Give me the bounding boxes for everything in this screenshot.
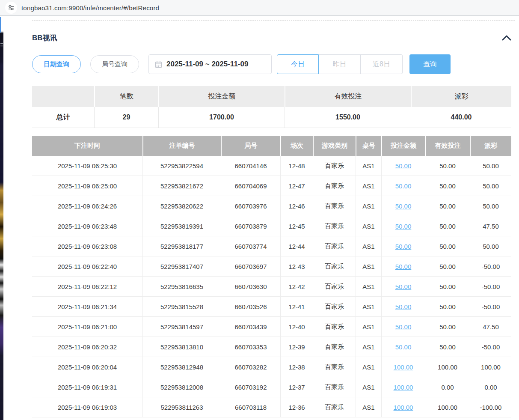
cell-bet_id: 522953819391 xyxy=(142,216,221,236)
cell-payout: -50.00 xyxy=(470,297,511,317)
cell-time: 2025-11-09 06:23:48 xyxy=(32,216,142,236)
bet-amount-link[interactable]: 50.00 xyxy=(395,243,412,250)
bet-amount-link[interactable]: 50.00 xyxy=(395,303,412,310)
bet-amount-link[interactable]: 100.00 xyxy=(394,404,413,411)
summary-total-label: 总计 xyxy=(32,107,94,128)
bet-amount-link[interactable]: 50.00 xyxy=(395,203,412,210)
cell-time: 2025-11-09 06:22:12 xyxy=(32,277,142,297)
summary-header-cell: 投注金额 xyxy=(158,86,285,107)
cell-time: 2025-11-09 06:19:03 xyxy=(32,397,142,417)
yesterday-button[interactable]: 昨日 xyxy=(319,54,361,74)
cell-valid_bet: 50.00 xyxy=(425,156,470,176)
last-8-days-button[interactable]: 近8日 xyxy=(361,54,403,74)
cell-bet_amount: 50.00 xyxy=(381,297,425,317)
bet-amount-link[interactable]: 50.00 xyxy=(395,162,412,170)
cell-table: AS1 xyxy=(356,156,381,176)
cell-payout: 50.00 xyxy=(470,176,511,196)
search-button[interactable]: 查询 xyxy=(409,54,451,74)
table-row: 2025-11-09 06:25:30522953822594660704146… xyxy=(32,156,511,176)
column-header-bet_amount: 投注金额 xyxy=(381,136,425,156)
cell-valid_bet: 100.00 xyxy=(425,357,470,377)
table-row: 2025-11-09 06:21:34522953815528660703526… xyxy=(32,297,511,317)
cell-payout: 50.00 xyxy=(470,156,511,176)
cell-round: 660703526 xyxy=(221,297,280,317)
cell-table: AS1 xyxy=(356,176,381,196)
cell-time: 2025-11-09 06:19:31 xyxy=(32,377,142,397)
cell-game: 百家乐 xyxy=(313,297,356,317)
table-row: 2025-11-09 06:23:08522953818177660703774… xyxy=(32,236,511,256)
cell-valid_bet: 100.00 xyxy=(425,397,470,417)
cell-bet_id: 522953814597 xyxy=(142,317,221,337)
cell-table: AS1 xyxy=(356,256,381,277)
today-button[interactable]: 今日 xyxy=(277,54,319,74)
cell-round: 660703192 xyxy=(221,377,280,397)
cell-game: 百家乐 xyxy=(313,236,356,256)
cell-session: 12-40 xyxy=(280,317,313,337)
cell-bet_id: 522953817407 xyxy=(142,256,221,277)
cell-payout: -100.00 xyxy=(470,397,511,417)
cell-valid_bet: 0.00 xyxy=(425,377,470,397)
cell-table: AS1 xyxy=(356,337,381,357)
cell-session: 12-38 xyxy=(280,357,313,377)
cell-table: AS1 xyxy=(356,377,381,397)
bet-amount-link[interactable]: 50.00 xyxy=(395,223,412,230)
column-header-round: 局号 xyxy=(221,136,280,156)
bet-amount-link[interactable]: 50.00 xyxy=(395,283,412,290)
table-body: 2025-11-09 06:25:30522953822594660704146… xyxy=(32,156,511,417)
cell-payout: 47.50 xyxy=(470,317,511,337)
cell-payout: -50.00 xyxy=(470,277,511,297)
site-settings-button[interactable] xyxy=(5,2,17,14)
cell-table: AS1 xyxy=(356,297,381,317)
date-range-value: 2025-11-09 ~ 2025-11-09 xyxy=(166,60,248,69)
browser-url-bar[interactable]: tongbao31.com:9900/infe/mcenter/#/betRec… xyxy=(0,0,519,16)
cell-payout: 50.00 xyxy=(470,196,511,216)
date-query-tab[interactable]: 日期查询 xyxy=(32,55,81,73)
bet-amount-link[interactable]: 50.00 xyxy=(395,343,412,351)
cell-time: 2025-11-09 06:24:26 xyxy=(32,196,142,216)
summary-total-value: 440.00 xyxy=(411,107,511,128)
cell-round: 660703282 xyxy=(221,357,280,377)
cell-table: AS1 xyxy=(356,357,381,377)
cell-session: 12-42 xyxy=(280,277,313,297)
cell-bet_id: 522953820622 xyxy=(142,196,221,216)
url-text[interactable]: tongbao31.com:9900/infe/mcenter/#/betRec… xyxy=(21,4,159,12)
table-row: 2025-11-09 06:21:00522953814597660703439… xyxy=(32,317,511,337)
cell-valid_bet: 50.00 xyxy=(425,317,470,337)
summary-total-value: 1700.00 xyxy=(158,107,285,128)
chevron-up-icon xyxy=(502,35,511,41)
bet-amount-link[interactable]: 100.00 xyxy=(394,384,413,391)
table-row: 2025-11-09 06:20:04522953812948660703282… xyxy=(32,357,511,377)
bet-record-panel: BB视讯 日期查询 局号查询 xyxy=(3,17,519,420)
cell-round: 660703439 xyxy=(221,317,280,337)
cell-session: 12-47 xyxy=(280,176,313,196)
cell-bet_amount: 50.00 xyxy=(381,337,425,357)
tune-icon xyxy=(8,4,15,11)
cell-table: AS1 xyxy=(356,277,381,297)
bet-amount-link[interactable]: 50.00 xyxy=(395,182,412,190)
table-row: 2025-11-09 06:19:31522953812008660703192… xyxy=(32,377,511,397)
cell-round: 660703774 xyxy=(221,236,280,256)
bet-amount-link[interactable]: 100.00 xyxy=(394,363,413,371)
cell-payout: -50.00 xyxy=(470,256,511,277)
cell-payout: 100.00 xyxy=(470,357,511,377)
cell-table: AS1 xyxy=(356,397,381,417)
cell-round: 660703630 xyxy=(221,277,280,297)
cell-bet_id: 522953813810 xyxy=(142,337,221,357)
date-range-picker[interactable]: 2025-11-09 ~ 2025-11-09 xyxy=(148,54,272,74)
cell-table: AS1 xyxy=(356,317,381,337)
summary-header-cell: 派彩 xyxy=(411,86,511,107)
round-query-tab[interactable]: 局号查询 xyxy=(90,55,139,73)
bet-records-table: 下注时间注单编号局号场次游戏类别桌号投注金额有效投注派彩 2025-11-09 … xyxy=(32,136,511,417)
cell-round: 660704069 xyxy=(221,176,280,196)
cell-round: 660703118 xyxy=(221,397,280,417)
bet-amount-link[interactable]: 50.00 xyxy=(395,263,412,270)
cell-valid_bet: 50.00 xyxy=(425,196,470,216)
cell-time: 2025-11-09 06:20:04 xyxy=(32,357,142,377)
cell-payout: 47.50 xyxy=(470,216,511,236)
collapse-button[interactable] xyxy=(502,35,511,41)
bet-amount-link[interactable]: 50.00 xyxy=(395,323,412,331)
cell-session: 12-45 xyxy=(280,216,313,236)
cell-session: 12-37 xyxy=(280,377,313,397)
cell-game: 百家乐 xyxy=(313,256,356,277)
summary-header-cell xyxy=(32,86,94,107)
